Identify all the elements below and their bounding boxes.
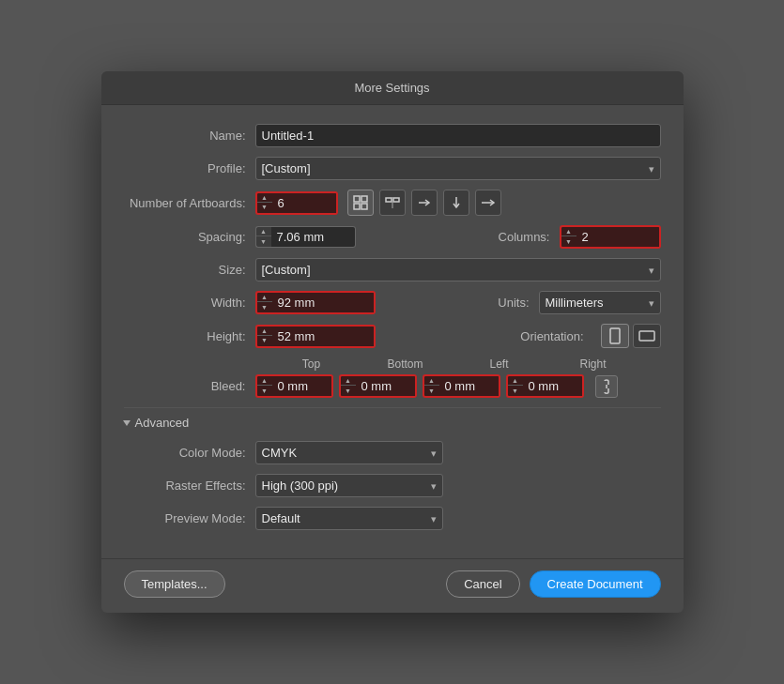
preview-mode-select[interactable]: Default Pixel Overprint [255, 507, 443, 530]
width-decrement[interactable]: ▼ [257, 302, 272, 312]
bleed-left-value[interactable] [439, 374, 500, 398]
cancel-button[interactable]: Cancel [446, 570, 519, 598]
bleed-bottom-value[interactable] [356, 374, 417, 398]
height-value[interactable] [272, 325, 376, 348]
height-label: Height: [124, 329, 255, 343]
num-artboards-increment[interactable]: ▲ [257, 193, 272, 203]
orientation-buttons [601, 324, 661, 348]
columns-decrement[interactable]: ▼ [561, 236, 576, 246]
bleed-headers: Top Bottom Left Right [124, 357, 661, 371]
svg-rect-11 [639, 331, 654, 341]
raster-effects-select-wrapper: Screen (72 ppi) Medium (150 ppi) High (3… [255, 474, 443, 497]
svg-rect-2 [354, 204, 360, 209]
create-document-button[interactable]: Create Document [530, 570, 661, 598]
columns-spinner: ▲ ▼ [560, 225, 661, 249]
templates-button[interactable]: Templates... [124, 570, 225, 598]
columns-label: Columns: [356, 230, 560, 244]
height-spinner: ▲ ▼ [255, 325, 376, 348]
artboard-layout-icons [347, 190, 501, 216]
bleed-left-header: Left [453, 357, 546, 371]
num-artboards-value[interactable] [272, 191, 338, 215]
bleed-bottom-increment[interactable]: ▲ [341, 376, 356, 386]
more-settings-dialog: More Settings Name: Profile: [Custom] Pr… [101, 71, 684, 613]
bleed-top-decrement[interactable]: ▼ [257, 386, 272, 395]
bleed-right-arrows[interactable]: ▲ ▼ [506, 374, 523, 398]
bleed-top-increment[interactable]: ▲ [257, 376, 272, 386]
width-spinner-arrows[interactable]: ▲ ▼ [255, 291, 272, 314]
bleed-row: Bleed: ▲ ▼ ▲ ▼ [124, 374, 661, 398]
height-increment[interactable]: ▲ [257, 327, 272, 336]
bleed-bottom-spinner: ▲ ▼ [339, 374, 417, 398]
name-input[interactable] [255, 124, 661, 147]
layout-row-icon[interactable] [379, 190, 406, 216]
bleed-left-spinner: ▲ ▼ [423, 374, 500, 398]
svg-rect-4 [386, 198, 392, 202]
svg-rect-10 [610, 328, 620, 343]
raster-effects-select[interactable]: Screen (72 ppi) Medium (150 ppi) High (3… [255, 474, 443, 497]
dialog-title: More Settings [101, 71, 684, 105]
bleed-bottom-arrows[interactable]: ▲ ▼ [339, 374, 356, 398]
layout-down-icon[interactable] [443, 190, 469, 216]
color-mode-row: Color Mode: CMYK RGB [124, 441, 661, 464]
color-mode-select[interactable]: CMYK RGB [255, 441, 443, 464]
spacing-increment[interactable]: ▲ [256, 227, 271, 236]
spacing-decrement[interactable]: ▼ [256, 236, 271, 246]
profile-select[interactable]: [Custom] Print Web Mobile [255, 157, 661, 180]
size-select[interactable]: [Custom] Letter A4 A3 [255, 258, 661, 281]
divider [124, 407, 661, 408]
columns-increment[interactable]: ▲ [561, 227, 576, 236]
bleed-right-header: Right [546, 357, 640, 371]
layout-grid-icon[interactable] [347, 190, 374, 216]
spacing-label: Spacing: [124, 230, 255, 244]
num-artboards-spinner: ▲ ▼ [255, 191, 338, 215]
orientation-portrait-button[interactable] [601, 324, 629, 348]
svg-rect-0 [354, 196, 360, 202]
bleed-link-button[interactable] [595, 375, 618, 398]
width-units-row: Width: ▲ ▼ Units: Millimeters Pixels Inc… [124, 291, 661, 314]
bleed-left-decrement[interactable]: ▼ [424, 386, 439, 395]
bleed-bottom-decrement[interactable]: ▼ [341, 386, 356, 395]
layout-arrow-right2-icon[interactable] [475, 190, 501, 216]
color-mode-label: Color Mode: [124, 446, 255, 460]
width-label: Width: [124, 296, 255, 310]
spacing-spinner-arrows[interactable]: ▲ ▼ [255, 226, 271, 248]
profile-label: Profile: [124, 161, 255, 175]
spacing-columns-row: Spacing: ▲ ▼ Columns: ▲ ▼ [124, 225, 661, 249]
orientation-landscape-button[interactable] [633, 324, 661, 348]
svg-rect-3 [361, 204, 367, 209]
color-mode-select-wrapper: CMYK RGB [255, 441, 443, 464]
bleed-right-increment[interactable]: ▲ [508, 376, 523, 386]
bleed-right-decrement[interactable]: ▼ [508, 386, 523, 395]
bleed-left-increment[interactable]: ▲ [424, 376, 439, 386]
bleed-label: Bleed: [124, 379, 255, 393]
profile-select-wrapper: [Custom] Print Web Mobile [255, 157, 661, 180]
advanced-label: Advanced [135, 416, 190, 430]
layout-right-icon[interactable] [411, 190, 438, 216]
num-artboards-decrement[interactable]: ▼ [257, 203, 272, 212]
preview-mode-label: Preview Mode: [124, 511, 255, 525]
height-spinner-arrows[interactable]: ▲ ▼ [255, 325, 272, 348]
orientation-label: Orientation: [376, 329, 593, 343]
height-decrement[interactable]: ▼ [257, 336, 272, 345]
name-row: Name: [124, 124, 661, 147]
bleed-top-arrows[interactable]: ▲ ▼ [255, 374, 272, 398]
bleed-left-arrows[interactable]: ▲ ▼ [423, 374, 439, 398]
columns-spinner-arrows[interactable]: ▲ ▼ [560, 225, 576, 249]
spacing-spinner: ▲ ▼ [255, 226, 356, 248]
num-artboards-row: Number of Artboards: ▲ ▼ [124, 190, 661, 216]
size-row: Size: [Custom] Letter A4 A3 [124, 258, 661, 281]
columns-value[interactable] [576, 225, 661, 249]
bleed-right-spinner: ▲ ▼ [506, 374, 584, 398]
bleed-right-value[interactable] [523, 374, 584, 398]
advanced-header[interactable]: Advanced [124, 416, 661, 430]
bleed-bottom-header: Bottom [359, 357, 453, 371]
dialog-footer: Templates... Cancel Create Document [101, 558, 684, 613]
num-artboards-spinner-arrows[interactable]: ▲ ▼ [255, 191, 272, 215]
raster-effects-row: Raster Effects: Screen (72 ppi) Medium (… [124, 474, 661, 497]
spacing-value[interactable] [271, 226, 356, 248]
units-select[interactable]: Millimeters Pixels Inches Centimeters Po… [539, 291, 661, 314]
width-value[interactable] [272, 291, 376, 314]
width-spinner: ▲ ▼ [255, 291, 376, 314]
bleed-top-value[interactable] [272, 374, 333, 398]
width-increment[interactable]: ▲ [257, 293, 272, 302]
